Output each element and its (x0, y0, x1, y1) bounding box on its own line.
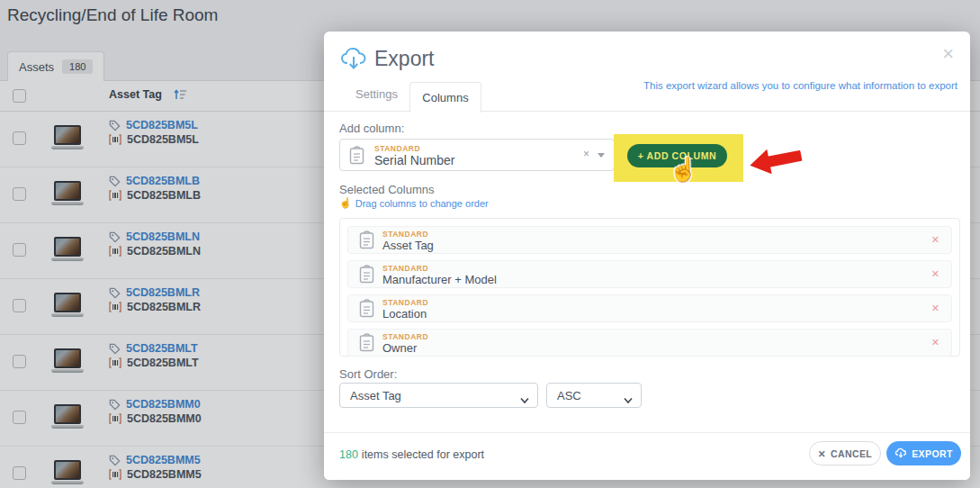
tab-columns[interactable]: Columns (409, 82, 481, 113)
sort-field-value: Asset Tag (350, 389, 401, 402)
remove-column-icon[interactable]: ✕ (931, 337, 940, 348)
export-label: EXPORT (912, 448, 953, 459)
selected-column-card[interactable]: STANDARD Manufacturer + Model ✕ (347, 260, 952, 288)
sort-order-label: Sort Order: (339, 367, 397, 381)
clear-selection-icon[interactable]: × (583, 148, 589, 160)
drag-hint-text: Drag columns to change order (355, 198, 489, 209)
chevron-down-icon (624, 392, 633, 408)
clipboard-icon (359, 299, 374, 321)
selected-column-card[interactable]: STANDARD Location ✕ (347, 294, 952, 322)
selected-column-type: STANDARD (374, 144, 420, 153)
cancel-x-icon: ✕ (818, 448, 826, 459)
column-name: Manufacturer + Model (382, 273, 497, 286)
column-type: STANDARD (382, 332, 428, 341)
cursor-hand-icon: ☝ (669, 156, 697, 184)
column-name: Asset Tag (382, 239, 434, 252)
close-icon[interactable]: × (942, 44, 954, 64)
selected-column-value: Serial Number (374, 153, 454, 167)
drag-hand-icon: ☝ (339, 197, 352, 209)
selected-columns-list: STANDARD Asset Tag ✕ STANDARD Manufactur… (339, 218, 960, 357)
export-wizard-hint: This export wizard allows you to configu… (643, 80, 958, 91)
clipboard-icon (349, 146, 364, 168)
export-cloud-icon (339, 46, 368, 75)
sort-direction-select[interactable]: ASC (546, 383, 642, 408)
export-count: 180 (339, 448, 358, 461)
export-count-label: items selected for export (362, 448, 484, 461)
add-column-select[interactable]: STANDARD Serial Number × (339, 139, 615, 171)
remove-column-icon[interactable]: ✕ (931, 234, 940, 246)
cancel-label: CANCEL (831, 448, 872, 459)
chevron-down-icon (520, 392, 529, 408)
arrow-annotation (747, 140, 806, 183)
clipboard-icon (359, 333, 374, 356)
selected-column-card[interactable]: STANDARD Asset Tag ✕ (347, 226, 952, 254)
column-type: STANDARD (382, 230, 428, 239)
column-type: STANDARD (382, 264, 428, 273)
column-name: Location (382, 307, 427, 321)
export-count-text: 180items selected for export (339, 448, 484, 461)
column-type: STANDARD (382, 298, 428, 307)
tab-settings[interactable]: Settings (355, 87, 398, 101)
sort-direction-value: ASC (557, 389, 581, 402)
clipboard-icon (359, 230, 374, 253)
export-cloud-small-icon (895, 447, 907, 460)
sort-field-select[interactable]: Asset Tag (339, 383, 538, 408)
column-name: Owner (382, 341, 417, 355)
chevron-down-icon[interactable] (598, 153, 605, 158)
app-window: Recycling/End of Life Room Assets 180 As… (0, 0, 980, 488)
cancel-button[interactable]: ✕ CANCEL (809, 441, 881, 465)
remove-column-icon[interactable]: ✕ (931, 303, 940, 314)
add-column-label: Add column: (339, 122, 404, 135)
drag-columns-hint: ☝ Drag columns to change order (339, 197, 489, 209)
clipboard-icon (359, 265, 374, 287)
remove-column-icon[interactable]: ✕ (931, 268, 940, 280)
modal-title: Export (374, 47, 434, 71)
export-modal: Export × This export wizard allows you t… (324, 32, 970, 480)
modal-footer: 180items selected for export ✕ CANCEL EX… (324, 432, 970, 480)
export-button[interactable]: EXPORT (886, 441, 961, 465)
selected-column-card[interactable]: STANDARD Owner ✕ (347, 329, 952, 357)
selected-columns-label: Selected Columns (339, 183, 435, 196)
